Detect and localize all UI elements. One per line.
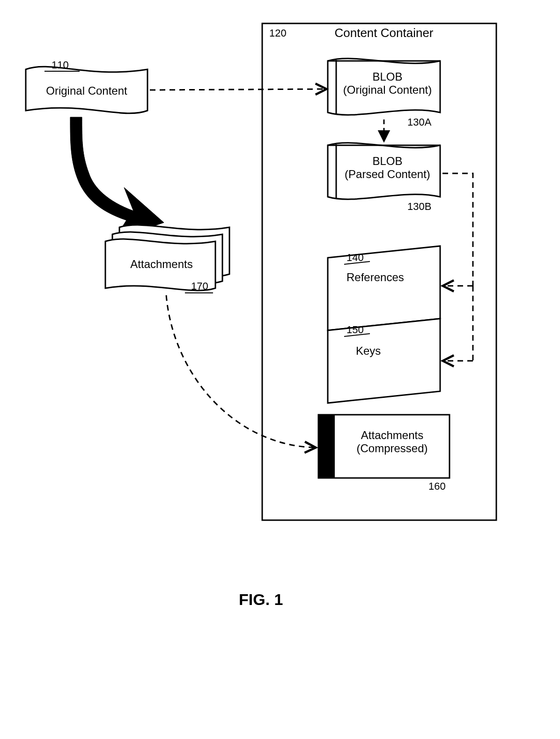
svg-line-5 xyxy=(150,89,325,90)
references-ref: 140 xyxy=(346,252,364,264)
references-label: References xyxy=(346,271,431,284)
keys-ref: 150 xyxy=(346,324,364,336)
container-title: Content Container xyxy=(323,26,445,40)
container-ref: 120 xyxy=(269,27,287,39)
original-content-ref: 110 xyxy=(52,59,69,71)
attachments-compressed-line2: (Compressed) xyxy=(356,442,427,455)
attachments-compressed: Attachments (Compressed) xyxy=(339,429,445,455)
blob-parsed-line1: BLOB xyxy=(372,155,402,167)
keys-label: Keys xyxy=(356,344,421,358)
attachments-compressed-line1: Attachments xyxy=(361,429,423,441)
svg-rect-4 xyxy=(318,415,335,478)
attachments-compressed-ref: 160 xyxy=(428,480,446,493)
blob-original: BLOB (Original Content) xyxy=(337,70,438,96)
blob-parsed-ref: 130B xyxy=(407,201,431,213)
blob-original-line2: (Original Content) xyxy=(343,83,432,96)
attachments-ref: 170 xyxy=(191,280,208,292)
blob-parsed: BLOB (Parsed Content) xyxy=(337,155,438,180)
blob-original-line1: BLOB xyxy=(372,70,402,83)
diagram-stage: 120 Content Container 110 Original Conte… xyxy=(0,0,560,739)
blob-parsed-line2: (Parsed Content) xyxy=(345,168,430,180)
blob-original-ref: 130A xyxy=(407,116,431,128)
attachments-label: Attachments xyxy=(117,258,206,271)
original-content-label: Original Content xyxy=(33,84,140,97)
figure-caption: FIG. 1 xyxy=(239,590,283,609)
